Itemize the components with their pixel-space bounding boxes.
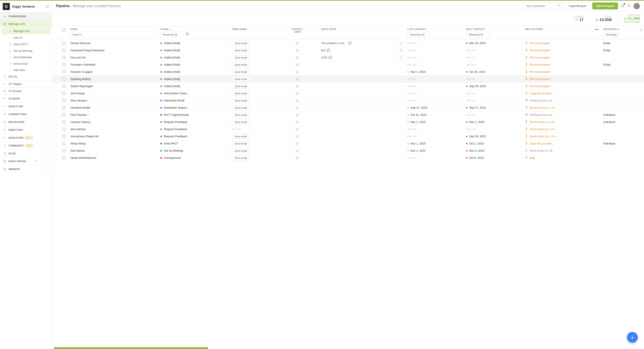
row-checkbox[interactable] bbox=[62, 121, 65, 123]
drag-handle[interactable]: ⋮ bbox=[52, 47, 59, 54]
next-contact[interactable]: Oct 6, 2023 bbox=[466, 156, 520, 160]
contact-link[interactable]: @ bbox=[276, 111, 319, 119]
nav-section-back office[interactable]: BACK OFFICE↻› bbox=[0, 157, 52, 165]
row-stage[interactable]: Unresponsive bbox=[160, 156, 228, 160]
row-stage[interactable]: Added [Hold] bbox=[160, 70, 228, 74]
row-name[interactable]: Paul Paulson bbox=[70, 113, 87, 117]
row-name[interactable]: Newb McNewberson bbox=[70, 156, 96, 160]
row-checkbox[interactable] bbox=[62, 99, 65, 102]
row-stage[interactable]: Added [Hold] bbox=[160, 63, 228, 66]
row-stage[interactable]: Newsletter Segme… bbox=[160, 106, 228, 109]
row-checkbox[interactable] bbox=[62, 85, 65, 88]
last-contact[interactable]: Sep 27, 2023 bbox=[408, 106, 462, 109]
send-email-button[interactable]: Send email bbox=[232, 134, 249, 139]
contact-link[interactable]: @ bbox=[276, 97, 319, 104]
next-action[interactable]: Send email 1a.1. Fe… bbox=[525, 106, 599, 110]
add-prospect-button[interactable]: Add Prospect bbox=[592, 3, 618, 10]
send-email-button[interactable]: Send email bbox=[232, 91, 249, 96]
row-stage[interactable]: Added [Hold] bbox=[160, 42, 228, 45]
row-stage[interactable]: Hold before Closin… bbox=[160, 92, 228, 95]
drag-handle[interactable]: ⋮ bbox=[52, 133, 59, 140]
row-stage[interactable]: Added [Hold] bbox=[160, 49, 228, 52]
next-contact[interactable]: Nov 4, 2023 bbox=[466, 149, 520, 152]
nav-section-recruiting[interactable]: RECRUITING› bbox=[0, 118, 52, 126]
send-email-button[interactable]: Send email bbox=[232, 141, 249, 146]
row-stage[interactable]: Added [Hold] bbox=[160, 85, 228, 88]
help-button[interactable] bbox=[627, 4, 631, 8]
row-stage[interactable]: Added [Hold] bbox=[160, 56, 228, 59]
next-action[interactable]: File the prospect bbox=[525, 49, 599, 52]
nav-section-dealflow[interactable]: DEALFLOW› bbox=[0, 103, 52, 110]
next-action[interactable]: Holding at this sta… bbox=[525, 113, 599, 117]
breadcrumb-root[interactable]: Pipeline bbox=[56, 4, 70, 8]
contact-link[interactable]: @ bbox=[276, 133, 319, 140]
row-stage[interactable]: Request Feedback bbox=[160, 128, 228, 131]
table-row[interactable]: ⋮Dan MarinoSet Up MeetingSend email@Nov … bbox=[52, 147, 644, 154]
row-stage[interactable]: Send PACT bbox=[160, 142, 228, 145]
next-action[interactable]: Copy this prospec… bbox=[525, 92, 599, 95]
row-name[interactable]: Spalding Balling bbox=[70, 78, 91, 81]
contact-link[interactable]: @ bbox=[276, 104, 319, 111]
drag-handle[interactable]: ⋮ bbox=[52, 76, 59, 83]
table-row[interactable]: ⋮Denver BroncosAdded [Hold]Send email@Th… bbox=[52, 40, 644, 47]
nav-section-community[interactable]: COMMUNITYBETA› bbox=[0, 142, 52, 150]
send-email-button[interactable]: Send email bbox=[232, 156, 249, 160]
row-checkbox[interactable] bbox=[62, 92, 65, 95]
fab-add-button[interactable]: + bbox=[627, 332, 638, 343]
next-action[interactable]: File the prospect bbox=[525, 70, 599, 74]
nav-sub-send-email[interactable]: ◷Send Email bbox=[0, 61, 52, 67]
drag-handle[interactable]: ⋮ bbox=[52, 126, 59, 133]
stage-filter[interactable]: Showing All⌄ bbox=[160, 32, 184, 38]
row-checkbox[interactable] bbox=[62, 128, 65, 131]
layers-icon[interactable] bbox=[186, 33, 189, 36]
send-email-button[interactable]: Send email bbox=[232, 77, 249, 81]
contact-link[interactable]: @ bbox=[276, 119, 319, 126]
table-row[interactable]: ⋮Downward Dog EnterprisesAdded [Hold]Sen… bbox=[52, 47, 644, 54]
investing-filter[interactable]: Showing bbox=[604, 32, 619, 38]
contact-link[interactable]: @ bbox=[276, 147, 319, 154]
col-last-contact[interactable]: LAST CONTACT Showing All⌄ bbox=[405, 26, 464, 40]
next-contact[interactable]: Sep 29, 2023 bbox=[466, 85, 520, 88]
last-contact[interactable]: Nov 2, 2023 bbox=[408, 149, 462, 152]
row-stage[interactable]: Request Feedback bbox=[160, 121, 228, 124]
next-action[interactable]: sfdg bbox=[525, 156, 599, 160]
row-stage[interactable]: Added [Hold] bbox=[160, 78, 228, 81]
send-email-button[interactable]: Send email bbox=[232, 113, 249, 117]
row-stage[interactable]: PACT Signed [Hold] bbox=[160, 113, 228, 117]
table-row[interactable]: ⋮Anonymous Peeps IntlRequest FeedbackSen… bbox=[52, 133, 644, 140]
nav-sub-add-lp[interactable]: +Add LP bbox=[0, 35, 52, 41]
next-contact[interactable]: Mar 16, 2023 bbox=[466, 42, 520, 45]
next-contact[interactable]: Sep 27, 2023 bbox=[466, 106, 520, 109]
send-email-button[interactable]: Send email bbox=[232, 48, 249, 53]
nav-item-pacts[interactable]: PACTs › bbox=[0, 73, 52, 80]
next-action[interactable]: File the prospect bbox=[525, 85, 599, 88]
table-row[interactable]: ⋮Newb McNewbersonUnresponsiveSend email@… bbox=[52, 154, 644, 162]
row-stage[interactable]: Set Up Meeting bbox=[160, 149, 228, 152]
drag-handle[interactable]: ⋮ bbox=[52, 68, 59, 76]
send-email-button[interactable]: Send email bbox=[232, 84, 249, 89]
table-row[interactable]: ⋮Founders Unlimited!Added [Hold]Send ema… bbox=[52, 61, 644, 68]
send-email-button[interactable]: Send email bbox=[232, 55, 249, 60]
last-contact[interactable]: Nov 1, 2023 bbox=[408, 142, 462, 145]
import-export-button[interactable]: Import/Export bbox=[566, 3, 590, 10]
drag-handle[interactable]: ⋮ bbox=[52, 40, 59, 47]
next-contact[interactable]: Nov 1, 2023 bbox=[466, 121, 520, 124]
row-checkbox[interactable] bbox=[62, 106, 65, 109]
send-email-button[interactable]: Send email bbox=[232, 41, 249, 46]
row-name[interactable]: Denver Broncos bbox=[70, 42, 91, 45]
search-icon[interactable] bbox=[558, 4, 561, 8]
row-name[interactable]: John Elway bbox=[70, 92, 85, 95]
drag-handle[interactable]: ⋮ bbox=[52, 147, 59, 154]
name-search-input[interactable] bbox=[70, 32, 156, 38]
contact-link[interactable]: @ bbox=[276, 154, 319, 162]
row-name[interactable]: Robert Nipshagen bbox=[70, 85, 93, 88]
drag-handle[interactable]: ⋮ bbox=[52, 83, 59, 90]
next-contact[interactable]: Sep 29, 2023 bbox=[466, 135, 520, 138]
nav-sub-add-note[interactable]: +Add Note bbox=[0, 67, 52, 73]
quick-note[interactable]: test💬3 bbox=[321, 49, 403, 52]
contact-link[interactable]: @ bbox=[276, 76, 319, 83]
table-row[interactable]: ⋮Robert NipshagenAdded [Hold]Send email@… bbox=[52, 83, 644, 90]
contact-link[interactable]: @ bbox=[276, 54, 319, 61]
ask-input[interactable] bbox=[524, 3, 563, 10]
table-row[interactable]: ⋮Spalding BallingAdded [Hold]Send email@… bbox=[52, 76, 644, 83]
